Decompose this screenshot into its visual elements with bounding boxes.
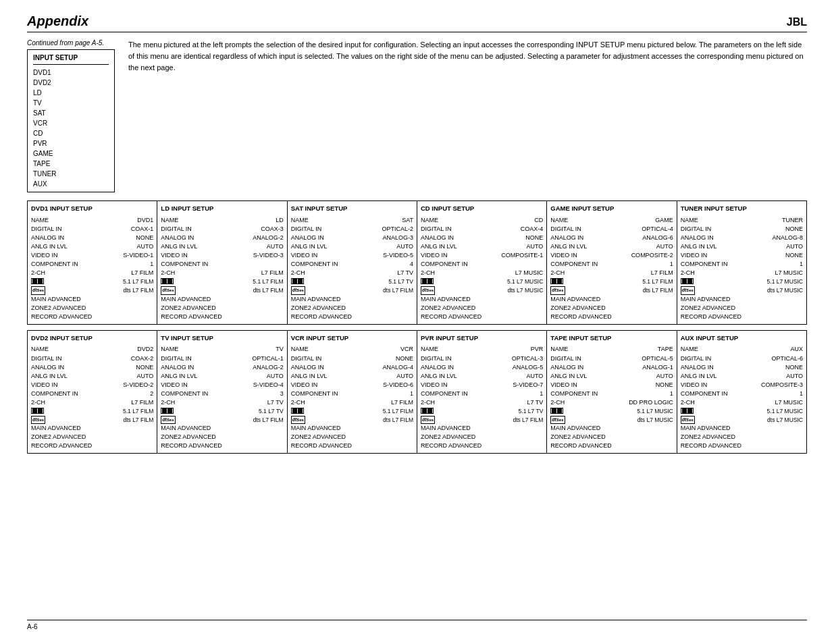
field-value: AUTO xyxy=(136,372,153,381)
dd-icon xyxy=(681,407,695,415)
field-row: 5.1 L7 MUSIC xyxy=(550,407,673,415)
field-label: NAME xyxy=(550,345,598,354)
intro-section: Continued from page A-5. INPUT SETUP DVD… xyxy=(27,39,807,192)
field-row: DIGITAL INCOAX-1 xyxy=(31,225,153,234)
field-row: DIGITAL INOPTICAL-3 xyxy=(421,354,543,363)
field-row: ANALOG INNONE xyxy=(31,234,153,242)
field-value: ANALOG-2 xyxy=(253,363,284,372)
field-row: RECORD ADVANCED xyxy=(681,313,803,321)
field-label: MAIN ADVANCED xyxy=(291,295,341,304)
field-label: ANLG IN LVL xyxy=(291,372,338,381)
field-row: 5.1 L7 FILM xyxy=(31,407,153,415)
field-row: ZONE2 ADVANCED xyxy=(550,304,673,313)
field-row: VIDEO INNONE xyxy=(550,381,673,390)
field-row: RECORD ADVANCED xyxy=(421,441,543,450)
field-value: ANALOG-1 xyxy=(642,363,673,372)
field-row: COMPONENT IN3 xyxy=(161,390,283,398)
field-label: COMPONENT IN xyxy=(31,390,78,398)
field-row: dtsesdts L7 MUSIC xyxy=(681,286,803,294)
field-value: 1 xyxy=(800,390,803,398)
field-value: AUTO xyxy=(786,242,803,251)
field-row: RECORD ADVANCED xyxy=(291,313,413,321)
menu-item: DVD2 xyxy=(33,78,109,88)
field-row: NAMELD xyxy=(161,216,283,225)
field-label: ANLG IN LVL xyxy=(421,242,468,251)
field-row: 5.1 L7 MUSIC xyxy=(681,277,803,286)
field-label: RECORD ADVANCED xyxy=(31,441,92,450)
field-row: ANLG IN LVLAUTO xyxy=(550,242,673,251)
setup-box: VCR INPUT SETUPNAMEVCRDIGITAL INNONEANAL… xyxy=(288,331,417,454)
field-row: ANALOG INANALOG-4 xyxy=(291,363,413,372)
dd-icon xyxy=(31,277,45,286)
field-row: NAMETV xyxy=(161,345,283,354)
field-value: ANALOG-2 xyxy=(253,234,284,242)
field-row: MAIN ADVANCED xyxy=(161,295,283,304)
box-title: VCR INPUT SETUP xyxy=(291,333,413,343)
field-value: 2 xyxy=(150,390,153,398)
field-row: DIGITAL INOPTICAL-4 xyxy=(550,225,673,234)
field-label: VIDEO IN xyxy=(161,251,208,260)
field-row: RECORD ADVANCED xyxy=(161,313,283,321)
field-row: MAIN ADVANCED xyxy=(31,295,153,304)
field-label: COMPONENT IN xyxy=(550,260,598,269)
field-value: OPTICAL-6 xyxy=(771,354,803,363)
field-row: DIGITAL INCOAX-3 xyxy=(161,225,283,234)
box-title: DVD1 INPUT SETUP xyxy=(31,204,153,213)
field-label: MAIN ADVANCED xyxy=(681,295,731,304)
field-label: DIGITAL IN xyxy=(681,225,728,234)
field-value: L7 MUSIC xyxy=(775,398,803,407)
field-value: 1 xyxy=(540,390,543,398)
field-label: ZONE2 ADVANCED xyxy=(681,304,735,313)
field-value: AUTO xyxy=(526,242,543,251)
setup-box: SAT INPUT SETUPNAMESATDIGITAL INOPTICAL-… xyxy=(288,201,417,324)
field-row: COMPONENT IN1 xyxy=(681,260,803,269)
field-value: DD PRO LOGIC xyxy=(629,398,673,407)
field-row: 5.1 L7 FILM xyxy=(550,277,673,286)
field-label: ZONE2 ADVANCED xyxy=(291,304,346,313)
dts-value: dts L7 MUSIC xyxy=(637,416,673,424)
field-row: NAMETAPE xyxy=(550,345,673,354)
dts-badge: dtses xyxy=(421,286,436,294)
field-row: dtsesdts L7 FILM xyxy=(31,415,153,424)
field-row: COMPONENT IN4 xyxy=(291,260,413,269)
field-label: ANLG IN LVL xyxy=(550,242,598,251)
dd-value: 5.1 L7 MUSIC xyxy=(767,407,803,415)
field-value: TAPE xyxy=(658,345,673,354)
menu-item: CD xyxy=(33,128,109,138)
field-label: NAME xyxy=(161,345,208,354)
dd-value: 5.1 L7 FILM xyxy=(383,407,413,415)
input-setup-menu: INPUT SETUP DVD1DVD2LDTVSATVCRCDPVRGAMET… xyxy=(27,49,115,192)
field-label: DIGITAL IN xyxy=(161,354,208,363)
field-label: RECORD ADVANCED xyxy=(421,441,481,450)
field-value: AUTO xyxy=(396,372,413,381)
footer-bar: A-6 xyxy=(27,620,807,630)
field-label: RECORD ADVANCED xyxy=(161,441,221,450)
dts-badge: dtses xyxy=(31,415,47,424)
field-label: ANALOG IN xyxy=(291,234,338,242)
grid-row-1: DVD1 INPUT SETUPNAMEDVD1DIGITAL INCOAX-1… xyxy=(27,200,807,325)
field-row: 2-CHL7 TV xyxy=(291,269,413,277)
menu-items: DVD1DVD2LDTVSATVCRCDPVRGAMETAPETUNERAUX xyxy=(33,68,109,189)
field-label: MAIN ADVANCED xyxy=(421,424,471,433)
field-label: ZONE2 ADVANCED xyxy=(681,433,735,441)
dd-value: 5.1 L7 FILM xyxy=(642,277,673,286)
field-value: 1 xyxy=(150,260,153,269)
field-value: L7 FILM xyxy=(131,269,153,277)
field-value: PVR xyxy=(531,345,544,354)
field-value: OPTICAL-2 xyxy=(382,225,413,234)
field-value: COMPOSITE-2 xyxy=(631,251,673,260)
dts-badge: dtses xyxy=(291,415,307,424)
dd-value: 5.1 L7 FILM xyxy=(123,407,153,415)
field-value: VCR xyxy=(400,345,413,354)
field-value: ANALOG-6 xyxy=(642,234,673,242)
field-label: VIDEO IN xyxy=(291,381,338,390)
field-value: S-VIDEO-1 xyxy=(123,251,153,260)
field-label: RECORD ADVANCED xyxy=(550,441,611,450)
field-row: MAIN ADVANCED xyxy=(421,424,543,433)
menu-item: DVD1 xyxy=(33,68,109,78)
field-value: NONE xyxy=(136,363,153,372)
field-row: dtsesdts L7 FILM xyxy=(550,286,673,294)
field-row: ANLG IN LVLAUTO xyxy=(161,242,283,251)
field-value: TV xyxy=(276,345,284,354)
field-row: 2-CHL7 FILM xyxy=(31,269,153,277)
